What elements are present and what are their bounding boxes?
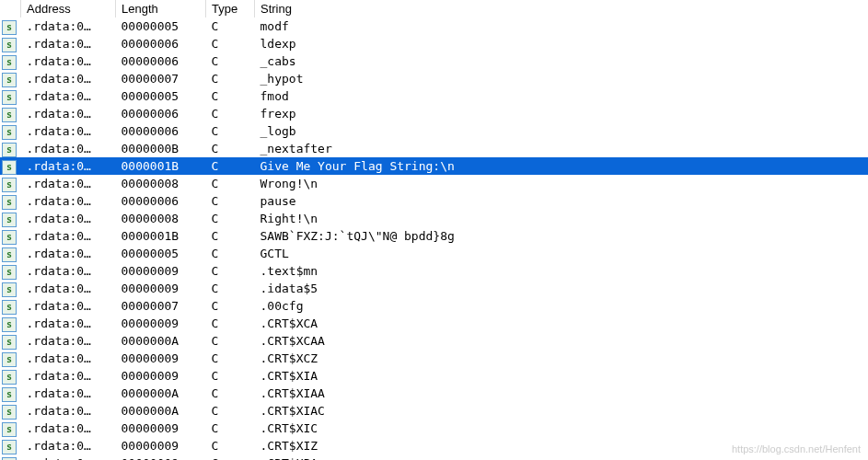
string-icon: s (2, 422, 17, 437)
header-string[interactable]: String (255, 0, 869, 17)
cell-length: 0000001B (116, 227, 206, 245)
cell-length: 00000007 (116, 70, 206, 87)
table-row[interactable]: s.rdata:0…00000006C_cabs (0, 52, 868, 70)
cell-address: .rdata:0… (21, 122, 116, 140)
cell-length: 00000009 (116, 280, 206, 297)
table-row[interactable]: s.rdata:0…00000009C.CRT$XIA (0, 367, 868, 385)
cell-type: C (206, 245, 255, 262)
row-icon-cell: s (0, 315, 21, 332)
cell-type: C (206, 140, 255, 157)
string-icon: s (2, 387, 17, 402)
cell-address: .rdata:0… (21, 140, 116, 157)
cell-string: .idata$5 (255, 280, 869, 297)
table-row[interactable]: s.rdata:0…0000001BCGive Me Your Flag Str… (0, 157, 868, 175)
cell-length: 0000000B (116, 140, 206, 157)
cell-type: C (206, 332, 255, 350)
table-row[interactable]: s.rdata:0…00000007C_hypot (0, 70, 868, 87)
row-icon-cell: s (0, 332, 21, 350)
cell-address: .rdata:0… (21, 454, 116, 460)
row-icon-cell: s (0, 175, 21, 192)
cell-address: .rdata:0… (21, 280, 116, 297)
string-icon: s (2, 300, 17, 315)
row-icon-cell: s (0, 297, 21, 315)
cell-type: C (206, 87, 255, 105)
cell-address: .rdata:0… (21, 332, 116, 350)
table-row[interactable]: s.rdata:0…00000009C.CRT$XCZ (0, 350, 868, 367)
cell-address: .rdata:0… (21, 367, 116, 385)
cell-address: .rdata:0… (21, 245, 116, 262)
row-icon-cell: s (0, 402, 21, 420)
cell-address: .rdata:0… (21, 157, 116, 175)
string-icon: s (2, 247, 17, 262)
table-row[interactable]: s.rdata:0…00000008CRight!\n (0, 210, 868, 227)
cell-length: 00000008 (116, 175, 206, 192)
cell-string: .CRT$XPA (255, 454, 869, 460)
cell-type: C (206, 17, 255, 35)
cell-type: C (206, 280, 255, 297)
header-length[interactable]: Length (116, 0, 206, 17)
cell-string: .CRT$XIAA (255, 385, 869, 402)
cell-address: .rdata:0… (21, 227, 116, 245)
table-row[interactable]: s.rdata:0…0000000BC_nextafter (0, 140, 868, 157)
row-icon-cell: s (0, 367, 21, 385)
cell-type: C (206, 192, 255, 210)
header-type[interactable]: Type (206, 0, 255, 17)
cell-string: GCTL (255, 245, 869, 262)
string-icon: s (2, 317, 17, 332)
row-icon-cell: s (0, 35, 21, 52)
cell-address: .rdata:0… (21, 297, 116, 315)
cell-string: ldexp (255, 35, 869, 52)
table-row[interactable]: s.rdata:0…00000006Cpause (0, 192, 868, 210)
cell-address: .rdata:0… (21, 192, 116, 210)
table-row[interactable]: s.rdata:0…00000007C.00cfg (0, 297, 868, 315)
table-row[interactable]: s.rdata:0…00000006Cfrexp (0, 105, 868, 122)
table-row[interactable]: s.rdata:0…00000009C.CRT$XCA (0, 315, 868, 332)
table-row[interactable]: s.rdata:0…00000009C.CRT$XIC (0, 420, 868, 437)
string-icon: s (2, 213, 17, 227)
row-icon-cell: s (0, 52, 21, 70)
row-icon-cell: s (0, 245, 21, 262)
cell-length: 00000009 (116, 367, 206, 385)
cell-string: .CRT$XCA (255, 315, 869, 332)
string-icon: s (2, 108, 17, 122)
table-row[interactable]: s.rdata:0…00000006Cldexp (0, 35, 868, 52)
cell-type: C (206, 157, 255, 175)
table-row[interactable]: s.rdata:0…00000009C.text$mn (0, 262, 868, 280)
table-row[interactable]: s.rdata:0…0000001BCSAWB`FXZ:J:`tQJ\"N@ b… (0, 227, 868, 245)
table-row[interactable]: s.rdata:0…00000005Cfmod (0, 87, 868, 105)
table-row[interactable]: s.rdata:0…00000005Cmodf (0, 17, 868, 35)
cell-type: C (206, 175, 255, 192)
cell-address: .rdata:0… (21, 17, 116, 35)
table-row[interactable]: s.rdata:0…0000000AC.CRT$XIAA (0, 385, 868, 402)
cell-type: C (206, 437, 255, 454)
table-row[interactable]: s.rdata:0…0000000AC.CRT$XIAC (0, 402, 868, 420)
row-icon-cell: s (0, 105, 21, 122)
cell-type: C (206, 402, 255, 420)
table-header-row: Address Length Type String (0, 0, 868, 17)
cell-address: .rdata:0… (21, 105, 116, 122)
cell-string: .00cfg (255, 297, 869, 315)
cell-length: 00000005 (116, 87, 206, 105)
cell-length: 00000006 (116, 105, 206, 122)
cell-string: Wrong!\n (255, 175, 869, 192)
table-row[interactable]: s.rdata:0…00000006C_logb (0, 122, 868, 140)
cell-length: 00000009 (116, 262, 206, 280)
table-row[interactable]: s.rdata:0…00000009C.CRT$XPA (0, 454, 868, 460)
cell-type: C (206, 227, 255, 245)
cell-string: _hypot (255, 70, 869, 87)
cell-string: .CRT$XIA (255, 367, 869, 385)
table-row[interactable]: s.rdata:0…00000008CWrong!\n (0, 175, 868, 192)
cell-length: 00000005 (116, 245, 206, 262)
table-row[interactable]: s.rdata:0…00000005CGCTL (0, 245, 868, 262)
cell-address: .rdata:0… (21, 437, 116, 454)
cell-length: 0000001B (116, 157, 206, 175)
table-row[interactable]: s.rdata:0…0000000AC.CRT$XCAA (0, 332, 868, 350)
cell-length: 00000007 (116, 297, 206, 315)
header-address[interactable]: Address (21, 0, 116, 17)
table-row[interactable]: s.rdata:0…00000009C.idata$5 (0, 280, 868, 297)
row-icon-cell: s (0, 262, 21, 280)
row-icon-cell: s (0, 17, 21, 35)
row-icon-cell: s (0, 140, 21, 157)
table-row[interactable]: s.rdata:0…00000009C.CRT$XIZ (0, 437, 868, 454)
row-icon-cell: s (0, 280, 21, 297)
